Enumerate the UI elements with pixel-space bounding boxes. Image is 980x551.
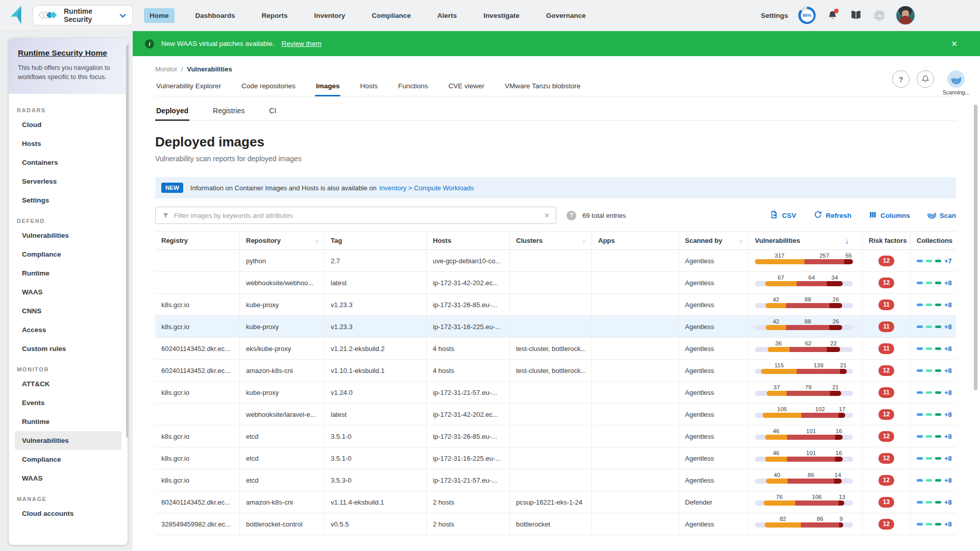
help-button[interactable]: ? [892, 70, 910, 88]
sort-icon[interactable]: ↓↑ [739, 238, 748, 244]
column-header-collections[interactable]: Collections [911, 232, 956, 249]
collections-more-link[interactable]: +8 [944, 520, 952, 528]
sidebar-item-monitor-vulnerabilities[interactable]: Vulnerabilities [15, 431, 121, 450]
table-row-9[interactable]: k8s.gcr.ioetcd3.5.1-0ip-172-31-16-225.eu… [155, 447, 956, 469]
tab-functions[interactable]: Functions [397, 80, 429, 96]
tab-vulnerability-explorer[interactable]: Vulnerability Explorer [155, 80, 222, 96]
sidebar-item-monitor-att-ck[interactable]: ATT&CK [15, 374, 121, 393]
subtab-registries[interactable]: Registries [212, 105, 246, 120]
topnav-item-home[interactable]: Home [144, 8, 175, 23]
topnav-item-compliance[interactable]: Compliance [366, 8, 416, 23]
sidebar-item-defend-compliance[interactable]: Compliance [15, 245, 121, 264]
sidebar-item-defend-vulnerabilities[interactable]: Vulnerabilities [15, 226, 121, 245]
sidebar-item-radars-hosts[interactable]: Hosts [15, 134, 121, 153]
refresh-button[interactable]: Refresh [814, 210, 851, 220]
tab-hosts[interactable]: Hosts [359, 80, 379, 96]
topnav-item-inventory[interactable]: Inventory [309, 8, 351, 23]
columns-button[interactable]: Columns [869, 210, 910, 220]
table-row-3[interactable]: k8s.gcr.iokube-proxyv1.23.3ip-172-31-16-… [155, 316, 956, 338]
sort-desc-icon[interactable]: ↓ [845, 236, 863, 245]
table-row-10[interactable]: k8s.gcr.ioetcd3.5.3-0ip-172-31-21-57.eu-… [155, 469, 956, 491]
topnav-item-alerts[interactable]: Alerts [432, 8, 462, 23]
collections-more-link[interactable]: +8 [944, 367, 952, 374]
table-row-8[interactable]: k8s.gcr.ioetcd3.5.1-0ip-172-31-26-85.eu-… [155, 425, 956, 447]
scanning-button[interactable] [947, 70, 965, 88]
column-header-risk-factors[interactable]: Risk factors [863, 232, 911, 249]
subtab-ci[interactable]: CI [268, 105, 277, 120]
column-header-registry[interactable]: Registry [155, 232, 240, 249]
sidebar-item-defend-access[interactable]: Access [15, 320, 121, 339]
notifications-bell-icon[interactable] [826, 9, 839, 22]
sidebar-item-monitor-runtime[interactable]: Runtime [15, 412, 121, 431]
collections-more-link[interactable]: +8 [944, 389, 952, 396]
collections-more-link[interactable]: +7 [944, 257, 952, 265]
sidebar-title-link[interactable]: Runtime Security Home [18, 48, 118, 58]
column-header-apps[interactable]: Apps [592, 232, 679, 249]
sidebar-item-defend-waas[interactable]: WAAS [15, 283, 121, 302]
sidebar-item-monitor-compliance[interactable]: Compliance [15, 450, 121, 469]
tab-images[interactable]: Images [315, 80, 341, 96]
settings-button[interactable]: Settings [761, 12, 788, 19]
collections-more-link[interactable]: +8 [944, 477, 952, 484]
sort-icon[interactable]: ↓↑ [582, 238, 592, 244]
table-row-0[interactable]: python2.7uve-gcp-debian10-co...Agentless… [155, 250, 956, 272]
collections-more-link[interactable]: +8 [944, 498, 952, 506]
collections-more-link[interactable]: +8 [944, 455, 952, 462]
scan-button[interactable]: Scan [927, 210, 956, 220]
column-header-clusters[interactable]: Clusters↓↑ [510, 232, 592, 249]
sidebar-item-manage-cloud-accounts[interactable]: Cloud accounts [15, 504, 121, 523]
tab-code-repositories[interactable]: Code repositories [240, 80, 297, 96]
topnav-item-investigate[interactable]: Investigate [478, 8, 525, 23]
sort-icon[interactable]: ↓↑ [314, 238, 324, 244]
table-row-7[interactable]: webhooksite/laravel-e...latestip-172-31-… [155, 404, 956, 425]
user-avatar[interactable] [896, 6, 915, 24]
column-header-scanned-by[interactable]: Scanned by↓↑ [679, 232, 749, 249]
table-row-5[interactable]: 602401143452.dkr.ec...amazon-k8s-cniv1.1… [155, 360, 956, 382]
topnav-item-reports[interactable]: Reports [256, 8, 293, 23]
collections-more-link[interactable]: +8 [944, 345, 952, 353]
filter-help-icon[interactable]: ? [567, 211, 576, 220]
breadcrumb-parent[interactable]: Monitor [155, 65, 177, 73]
docs-book-icon[interactable] [849, 9, 863, 22]
sidebar-item-monitor-waas[interactable]: WAAS [15, 469, 121, 488]
table-row-1[interactable]: webhooksite/webhoo...latestip-172-31-42-… [155, 272, 956, 294]
filter-clear-icon[interactable]: ✕ [544, 212, 550, 219]
sidebar-item-defend-runtime[interactable]: Runtime [15, 264, 121, 283]
column-header-hosts[interactable]: Hosts [427, 232, 510, 249]
column-header-repository[interactable]: Repository↓↑ [240, 232, 325, 249]
tab-vmware-tanzu-blobstore[interactable]: VMware Tanzu blobstore [504, 80, 581, 96]
filter-input[interactable] [174, 212, 540, 219]
page-scrollbar[interactable] [974, 105, 977, 390]
tab-cve-viewer[interactable]: CVE viewer [447, 80, 485, 96]
product-selector[interactable]: Runtime Security [33, 5, 133, 26]
topnav-item-governance[interactable]: Governance [541, 8, 592, 23]
sidebar-item-radars-settings[interactable]: Settings [15, 191, 121, 210]
sidebar-item-monitor-events[interactable]: Events [15, 393, 121, 412]
collections-more-link[interactable]: +8 [944, 433, 952, 440]
column-header-tag[interactable]: Tag [325, 232, 427, 249]
ai-copilot-icon[interactable]: AI [873, 9, 886, 22]
sidebar-item-radars-serverless[interactable]: Serverless [15, 172, 121, 191]
sidebar-item-defend-custom-rules[interactable]: Custom rules [15, 339, 121, 358]
collections-more-link[interactable]: +8 [944, 323, 952, 331]
sidebar-scrollbar[interactable] [126, 45, 129, 438]
sidebar-item-defend-cnns[interactable]: CNNS [15, 302, 121, 320]
page-bell-button[interactable] [917, 70, 934, 88]
alert-banner-close-icon[interactable]: ✕ [951, 39, 958, 48]
table-row-4[interactable]: 602401143452.dkr.ec...eks/kube-proxyv1.2… [155, 338, 956, 360]
csv-button[interactable]: CSV [770, 210, 796, 220]
table-row-6[interactable]: k8s.gcr.iokube-proxyv1.24.0ip-172-31-21-… [155, 382, 956, 404]
collections-more-link[interactable]: +8 [944, 301, 952, 309]
sidebar-item-radars-cloud[interactable]: Cloud [15, 115, 121, 134]
notice-compute-workloads-link[interactable]: Inventory > Compute Workloads [379, 184, 474, 192]
sidebar-item-radars-containers[interactable]: Containers [15, 153, 121, 172]
subtab-deployed[interactable]: Deployed [155, 105, 189, 120]
topnav-item-dashboards[interactable]: Dashboards [190, 8, 241, 23]
table-row-12[interactable]: 328549459982.dkr.ec...bottlerocket-contr… [155, 513, 956, 535]
collections-more-link[interactable]: +8 [944, 279, 952, 287]
column-header-vulnerabilities[interactable]: Vulnerabilities↓ [749, 232, 863, 249]
alert-banner-review-link[interactable]: Review them [282, 40, 322, 47]
collections-more-link[interactable]: +8 [944, 411, 952, 418]
health-progress-ring[interactable]: 86% [798, 7, 816, 24]
table-row-11[interactable]: 602401143452.dkr.ec...amazon-k8s-cniv1.1… [155, 491, 956, 513]
